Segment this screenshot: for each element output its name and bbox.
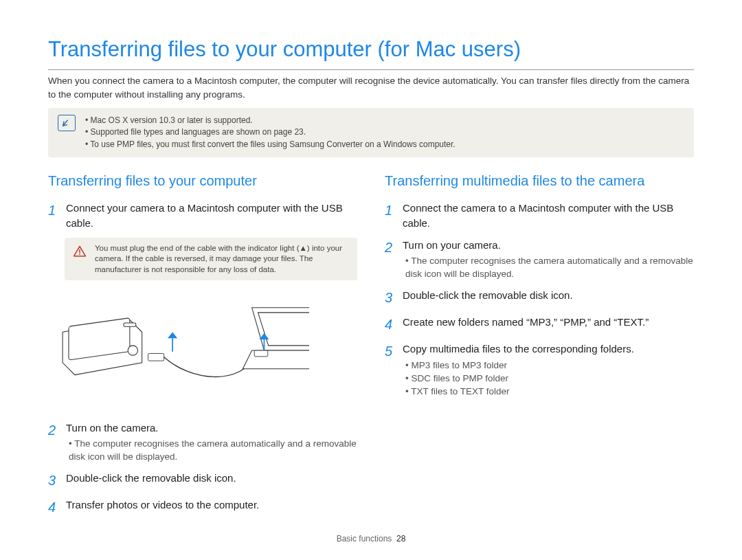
intro-text: When you connect the camera to a Macinto… [48,74,694,101]
step-3-left: 3 Double-click the removable disk icon. [48,471,357,491]
warning-text: You must plug the end of the cable with … [95,244,342,273]
svg-rect-5 [148,354,164,361]
step-text: Double-click the removable disk icon. [403,288,573,303]
left-section-heading: Transferring files to your computer [48,171,357,191]
svg-point-3 [128,346,137,355]
step-text: Turn on your camera. [403,238,694,253]
step-text: Create new folders named “MP3,” “PMP,” a… [403,315,649,330]
content-columns: Transferring files to your computer 1 Co… [48,171,694,524]
step-number: 2 [48,421,60,464]
svg-rect-4 [124,323,136,326]
step-text: Copy multimedia files to the correspondi… [403,341,634,357]
left-column: Transferring files to your computer 1 Co… [48,171,357,524]
step-2-right: 2 Turn on your camera. The computer reco… [385,238,694,282]
step-number: 1 [48,201,60,231]
page-title: Transferring files to your computer (for… [48,34,694,70]
step-4-right: 4 Create new folders named “MP3,” “PMP,”… [385,315,694,335]
footer-page-number: 28 [396,534,405,544]
step-number: 3 [48,471,60,491]
step-number: 4 [48,497,60,517]
warning-icon [73,245,87,262]
svg-rect-8 [254,350,268,357]
step-number: 4 [385,315,397,335]
step-text: Double-click the removable disk icon. [66,471,236,486]
step-3-right: 3 Double-click the removable disk icon. [385,288,694,308]
step-1-right: 1 Connect the camera to a Macintosh comp… [385,201,694,231]
note-icon [58,115,76,131]
svg-point-1 [79,254,80,255]
info-note-item: Supported file types and languages are s… [85,126,684,138]
step-number: 1 [385,201,397,231]
step-bullet: TXT files to TEXT folder [405,385,634,399]
step-text: Turn on the camera. [66,421,357,436]
step-number: 5 [385,341,397,398]
right-section-heading: Transferring multimedia files to the cam… [385,171,694,191]
info-note-item: To use PMP files, you must first convert… [85,139,684,150]
step-2-left: 2 Turn on the camera. The computer recog… [48,421,357,464]
step-bullet: The computer recognises the camera autom… [69,438,357,464]
step-1-left: 1 Connect your camera to a Macintosh com… [48,201,357,231]
right-column: Transferring multimedia files to the cam… [385,171,694,524]
step-4-left: 4 Transfer photos or videos to the compu… [48,497,357,517]
step-text: Transfer photos or videos to the compute… [66,497,259,513]
warning-box: You must plug the end of the cable with … [65,238,357,281]
step-bullet: SDC files to PMP folder [405,372,634,385]
info-note-box: Mac OS X version 10.3 or later is suppor… [48,108,694,157]
step-bullet: The computer recognises the camera autom… [405,255,694,281]
step-number: 3 [385,288,397,308]
connection-illustration [48,295,309,405]
step-text: Connect the camera to a Macintosh comput… [403,201,694,231]
step-text: Connect your camera to a Macintosh compu… [66,201,357,231]
page-footer: Basic functions 28 [0,533,742,545]
footer-section: Basic functions [337,534,392,544]
info-note-item: Mac OS X version 10.3 or later is suppor… [85,115,684,126]
step-5-right: 5 Copy multimedia files to the correspon… [385,341,694,398]
step-number: 2 [385,238,397,282]
step-bullet: MP3 files to MP3 folder [405,359,634,372]
